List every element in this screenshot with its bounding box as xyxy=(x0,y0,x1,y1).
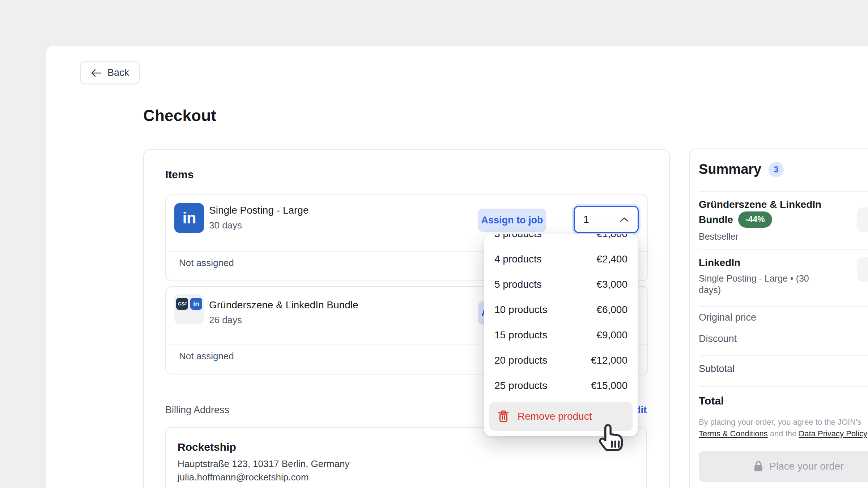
quantity-value: 1 xyxy=(583,214,589,225)
assignment-status: Not assigned xyxy=(179,257,234,269)
back-button[interactable]: Back xyxy=(80,61,140,84)
billing-address-label: Billing Address xyxy=(165,404,229,416)
assign-to-job-button[interactable]: Assign to job xyxy=(478,209,546,232)
quantity-option-price: €2,400 xyxy=(596,253,627,265)
place-order-button[interactable]: Place your order xyxy=(699,451,868,482)
quantity-option-price: €12,000 xyxy=(591,355,627,366)
quantity-option-label: 10 products xyxy=(494,304,547,316)
quantity-option-price: €3,000 xyxy=(596,279,627,290)
billing-street: Hauptstraße 123, 10317 Berlin, Germany xyxy=(178,458,349,470)
product-name: Single Posting - Large xyxy=(209,205,309,216)
quantity-option[interactable]: 20 products €12,000 xyxy=(484,348,638,373)
total-label: Total xyxy=(699,395,724,407)
summary-item-subtitle: Bestseller xyxy=(699,231,836,243)
summary-item-bundle: Gründerszene & LinkedIn Bundle-44% Bests… xyxy=(699,198,836,242)
data-privacy-link[interactable]: Data Privacy Policy xyxy=(799,429,867,438)
product-name: Gründerszene & LinkedIn Bundle xyxy=(209,299,358,311)
terms-text: By placing your order, you agree to the … xyxy=(699,416,868,440)
quantity-option-label: 4 products xyxy=(494,253,542,265)
divider xyxy=(699,306,868,307)
quantity-option-label: 3 products xyxy=(494,234,542,240)
items-heading: Items xyxy=(165,168,193,181)
summary-item-subtitle: Single Posting - Large • (30 days) xyxy=(699,273,818,296)
summary-item-linkedin: LinkedIn Single Posting - Large • (30 da… xyxy=(699,256,818,296)
trash-icon xyxy=(498,410,509,423)
summary-title: Summary xyxy=(699,162,761,177)
quantity-option-price: €15,000 xyxy=(591,380,627,391)
remove-product-label: Remove product xyxy=(518,411,592,422)
discount-badge: -44% xyxy=(738,211,772,228)
quantity-option-price: €9,000 xyxy=(596,329,627,341)
divider xyxy=(699,191,868,192)
quantity-option-label: 25 products xyxy=(494,380,547,391)
quantity-option[interactable]: 4 products €2,400 xyxy=(484,247,638,272)
billing-address-card: Rocketship Hauptstraße 123, 10317 Berlin… xyxy=(165,427,647,488)
product-duration: 30 days xyxy=(209,220,242,231)
quantity-option[interactable]: 25 products €15,000 xyxy=(484,373,638,398)
quantity-dropdown-menu: 3 products €1,800 4 products €2,400 5 pr… xyxy=(484,234,638,436)
quantity-option[interactable]: 3 products €1,800 xyxy=(484,234,638,247)
quantity-option-price: €6,000 xyxy=(596,304,627,316)
summary-panel: Summary 3 Gründerszene & LinkedIn Bundle… xyxy=(689,148,868,488)
summary-heading: Summary 3 xyxy=(699,162,784,177)
linkedin-icon: in xyxy=(190,298,202,310)
summary-quantity-box[interactable] xyxy=(857,207,868,232)
quantity-option[interactable]: 15 products €9,000 xyxy=(484,322,638,348)
linkedin-icon: in xyxy=(174,203,204,233)
summary-quantity-box[interactable] xyxy=(857,257,868,282)
quantity-option-label: 20 products xyxy=(494,355,547,366)
divider xyxy=(699,249,868,250)
checkout-page-canvas: Back Checkout Items in Single Posting - … xyxy=(46,46,868,488)
place-order-label: Place your order xyxy=(769,461,843,472)
billing-company: Rocketship xyxy=(178,441,236,453)
billing-email: julia.hoffmann@rocketship.com xyxy=(178,472,309,483)
summary-item-title: LinkedIn xyxy=(699,256,818,270)
quantity-option-price: €1,800 xyxy=(596,234,627,240)
original-price-label: Original price xyxy=(699,312,756,323)
quantity-option-label: 15 products xyxy=(494,329,547,341)
quantity-stepper[interactable]: 1 xyxy=(574,206,639,233)
divider xyxy=(699,386,868,387)
lock-icon xyxy=(753,461,763,472)
assignment-status: Not assigned xyxy=(179,351,234,362)
gruenderszene-icon: GS// xyxy=(176,298,188,310)
remove-product-option[interactable]: Remove product xyxy=(489,402,633,431)
chevron-up-icon xyxy=(620,217,629,222)
back-label: Back xyxy=(107,67,129,78)
page-title: Checkout xyxy=(143,107,216,125)
quantity-option[interactable]: 5 products €3,000 xyxy=(484,272,638,297)
arrow-left-icon xyxy=(91,69,102,77)
quantity-option[interactable]: 10 products €6,000 xyxy=(484,297,638,322)
terms-conditions-link[interactable]: Terms & Conditions xyxy=(699,429,768,438)
product-duration: 26 days xyxy=(209,314,242,326)
summary-count-badge: 3 xyxy=(769,162,784,177)
discount-label: Discount xyxy=(699,333,737,344)
divider xyxy=(699,355,868,356)
gruenderszene-linkedin-bundle-icon: GS// in xyxy=(174,294,204,324)
subtotal-label: Subtotal xyxy=(699,363,735,374)
quantity-option-label: 5 products xyxy=(494,279,542,290)
